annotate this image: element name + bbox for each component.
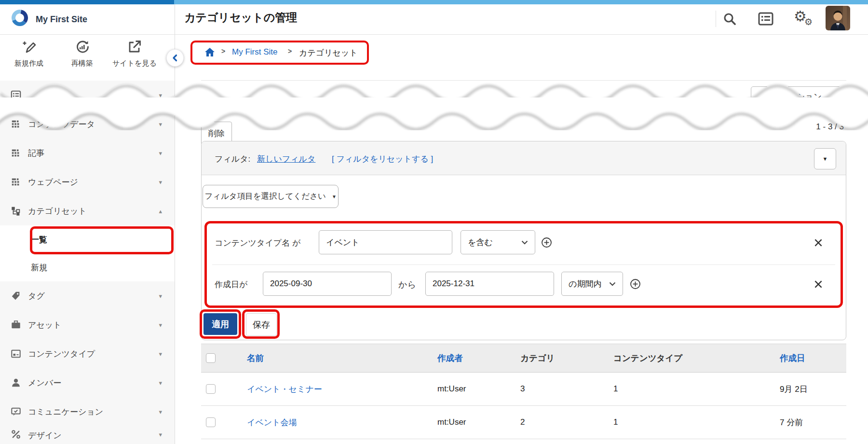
filter-panel-toggle-button[interactable]: ▼: [814, 148, 836, 169]
column-header-content-type: コンテンツタイプ: [605, 352, 772, 364]
apply-label: 適用: [212, 319, 229, 330]
save-button[interactable]: 保存: [246, 313, 277, 336]
sidebar-item-webpages[interactable]: ウェブページ ▾: [0, 167, 175, 197]
pencil-plus-icon: [22, 40, 36, 54]
breadcrumb-separator: >: [221, 47, 225, 55]
sidebar-item-partial[interactable]: ▾: [0, 81, 175, 110]
table-row: イベント会場 mt:User 2 1 7 分前: [201, 406, 846, 439]
collapse-sidebar-button[interactable]: [166, 49, 184, 67]
apply-button[interactable]: 適用: [203, 313, 237, 335]
sidebar-item-content-data[interactable]: コンテンツデータ ▾: [0, 110, 175, 139]
sidebar-item-label: タグ: [28, 291, 45, 302]
category-set-icon: [11, 206, 21, 216]
header-bar: [0, 4, 868, 35]
home-icon[interactable]: [204, 47, 216, 57]
chevron-down-icon: [521, 240, 528, 245]
filter-field-select-label: フィルタ項目を選択してください: [204, 191, 326, 202]
filter-row2-to-input[interactable]: [425, 272, 554, 296]
sidebar-item-label: カテゴリセット: [28, 206, 87, 217]
chevron-left-icon: [171, 54, 179, 62]
toolbar-item-view-site[interactable]: サイトを見る: [108, 40, 161, 75]
breadcrumb-current: カテゴリセット: [299, 47, 358, 58]
chevron-down-icon: ▾: [159, 92, 162, 99]
sidebar-item-category-sets[interactable]: カテゴリセット ▴: [0, 196, 175, 226]
row-content-types: 1: [605, 384, 772, 394]
add-condition-icon[interactable]: [541, 237, 552, 248]
content-data-icon: [11, 119, 21, 129]
content-type-icon: [11, 348, 21, 359]
sidebar-item-category-sets-list[interactable]: 一覧: [0, 225, 175, 254]
filter-row1-operator-label: を含む: [468, 237, 493, 248]
list-panel-icon[interactable]: [758, 12, 773, 26]
top-strip-dark: [0, 0, 174, 4]
sidebar-item-communication[interactable]: コミュニケーション ▾: [0, 397, 175, 427]
select-all-checkbox[interactable]: [206, 353, 216, 363]
filter-reset-link[interactable]: [ フィルタをリセットする ]: [332, 153, 433, 165]
asset-icon: [11, 319, 21, 330]
sidebar-item-assets[interactable]: アセット ▾: [0, 310, 175, 340]
chevron-down-icon: [609, 282, 616, 286]
sidebar-item-label: コンテンツデータ: [28, 119, 95, 130]
remove-filter-row1-icon[interactable]: [813, 237, 824, 248]
filter-name-link[interactable]: 新しいフィルタ: [257, 153, 315, 165]
sidebar-item-entries[interactable]: 記事 ▾: [0, 139, 175, 168]
chevron-down-icon: ▾: [159, 292, 162, 300]
webpage-icon: [11, 177, 21, 187]
sidebar-item-category-sets-new[interactable]: 新規: [0, 253, 175, 282]
toolbar-item-label: サイトを見る: [108, 59, 161, 68]
chevron-down-icon: ▾: [159, 321, 162, 329]
filter-row1-operator-select[interactable]: を含む: [461, 230, 535, 254]
save-label: 保存: [253, 319, 270, 331]
toolbar-item-rebuild[interactable]: 再構築: [55, 40, 108, 75]
row-name-link[interactable]: イベント・セミナー: [239, 384, 429, 395]
sidebar-item-label: アセット: [28, 319, 62, 331]
search-icon[interactable]: [722, 12, 737, 26]
row-content-types: 1: [605, 417, 772, 427]
sidebar-divider: [175, 4, 175, 444]
breadcrumb-divider: [201, 80, 846, 81]
filter-field-select-button[interactable]: フィルタ項目を選択してください ▼: [203, 185, 339, 208]
row-name-link[interactable]: イベント会場: [239, 417, 429, 428]
column-header-author[interactable]: 作成者: [429, 352, 512, 364]
delete-label: 削除: [208, 128, 225, 139]
toolbar-item-create[interactable]: 新規作成: [2, 40, 55, 75]
app-window: My First Site カテゴリセットの管理 ⚙ ⚙: [0, 0, 868, 444]
row-created: 9月 2日: [772, 384, 846, 395]
remove-filter-row2-icon[interactable]: [813, 279, 824, 290]
column-header-name[interactable]: 名前: [239, 352, 429, 364]
row-categories: 2: [512, 417, 605, 427]
tag-icon: [11, 291, 21, 301]
row-checkbox[interactable]: [206, 384, 216, 394]
filter-row2-operator-select[interactable]: の期間内: [561, 272, 623, 296]
gears-icon[interactable]: ⚙ ⚙: [794, 8, 815, 29]
display-options-button[interactable]: 表示オプション ▼: [751, 86, 844, 107]
communication-icon: [11, 406, 21, 417]
avatar[interactable]: [826, 6, 850, 30]
header-divider: [716, 11, 716, 27]
sidebar-item-tags[interactable]: タグ ▾: [0, 281, 175, 311]
listing-count: 1 - 3 / 3: [702, 122, 844, 132]
row-created: 7 分前: [772, 417, 846, 428]
sidebar-item-label: コンテンツタイプ: [28, 348, 95, 360]
breadcrumb-separator: >: [288, 47, 292, 55]
site-name[interactable]: My First Site: [36, 14, 87, 25]
table-header-row: 名前 作成者 カテゴリ コンテンツタイプ 作成日: [201, 344, 846, 373]
display-options-label: 表示オプション: [763, 91, 822, 102]
chevron-down-icon: ▾: [159, 179, 162, 186]
sidebar-subitem-label: 一覧: [31, 234, 47, 245]
sidebar-item-design[interactable]: デザイン ▾: [0, 426, 175, 444]
chevron-up-icon: ▴: [159, 208, 162, 215]
list-panel-icon: [11, 90, 21, 100]
breadcrumb-site-link[interactable]: My First Site: [232, 47, 277, 57]
category-set-table: 名前 作成者 カテゴリ コンテンツタイプ 作成日 イベント・セミナー mt:Us…: [201, 344, 846, 439]
design-icon: [11, 429, 21, 440]
filter-row2-from-input[interactable]: [263, 272, 392, 296]
filter-row1-value-input[interactable]: [319, 230, 452, 254]
add-condition-icon[interactable]: [630, 278, 641, 290]
sidebar-item-content-types[interactable]: コンテンツタイプ ▾: [0, 339, 175, 369]
filter-row1-field-label: コンテンツタイプ名 が: [215, 237, 300, 249]
column-header-created[interactable]: 作成日: [772, 352, 846, 364]
row-checkbox[interactable]: [206, 417, 216, 427]
sidebar-item-members[interactable]: メンバー ▾: [0, 368, 175, 398]
mt-logo: [10, 8, 30, 28]
